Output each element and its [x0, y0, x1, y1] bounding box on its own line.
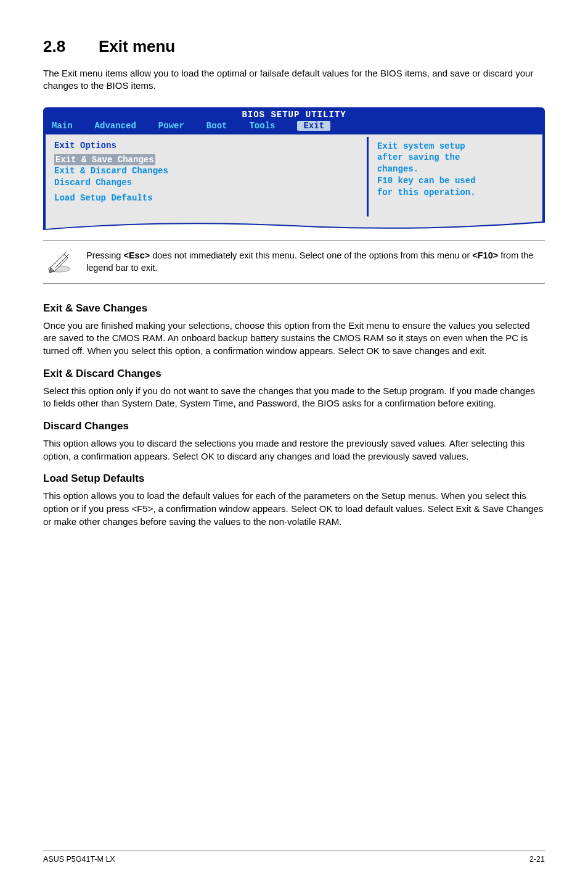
- section-title-save: Exit & Save Changes: [43, 302, 545, 315]
- section-body-discard-exit: Select this option only if you do not wa…: [43, 385, 545, 410]
- bios-option-load-defaults[interactable]: Load Setup Defaults: [54, 192, 358, 204]
- bios-title: BIOS SETUP UTILITY: [52, 110, 536, 120]
- section-body-defaults: This option allows you to load the defau…: [43, 490, 545, 528]
- bios-tab-boot[interactable]: Boot: [206, 121, 227, 131]
- section-body-save: Once you are finished making your select…: [43, 320, 545, 358]
- section-title-discard: Discard Changes: [43, 420, 545, 432]
- bios-screenshot: BIOS SETUP UTILITY Main Advanced Power B…: [43, 107, 545, 232]
- note-row: Pressing <Esc> does not immediately exit…: [43, 240, 545, 284]
- bios-left-title: Exit Options: [54, 141, 358, 151]
- section-title-discard-exit: Exit & Discard Changes: [43, 368, 545, 380]
- note-text-part: does not immediately exit this menu. Sel…: [150, 250, 472, 260]
- section-body-discard: This option allows you to discard the se…: [43, 437, 545, 463]
- note-pencil-icon: [44, 249, 74, 274]
- bios-help-line: for this operation.: [377, 187, 534, 199]
- page-heading: 2.8Exit menu: [43, 37, 545, 56]
- bios-left-pane: Exit Options Exit & Save Changes Exit & …: [46, 134, 367, 220]
- bios-tab-power[interactable]: Power: [158, 121, 184, 131]
- footer-right: 2-21: [529, 855, 545, 864]
- bios-help-line: after saving the: [377, 152, 534, 163]
- bios-help-line: Exit system setup: [377, 141, 534, 152]
- section-title-defaults: Load Setup Defaults: [43, 472, 545, 485]
- note-key-f10: <F10>: [472, 250, 498, 260]
- bios-option-save[interactable]: Exit & Save Changes: [54, 154, 155, 166]
- footer: ASUS P5G41T-M LX 2-21: [43, 851, 545, 864]
- bios-right-pane: Exit system setup after saving the chang…: [369, 134, 542, 220]
- bios-option-discard[interactable]: Discard Changes: [54, 177, 358, 189]
- bios-tab-exit[interactable]: Exit: [297, 121, 330, 131]
- bios-tab-row: Main Advanced Power Boot Tools Exit: [52, 120, 536, 131]
- bios-tab-advanced[interactable]: Advanced: [95, 121, 136, 131]
- bios-tab-main[interactable]: Main: [52, 121, 73, 131]
- note-text: Pressing <Esc> does not immediately exit…: [86, 249, 544, 274]
- footer-left: ASUS P5G41T-M LX: [43, 855, 115, 864]
- bios-help-line: changes.: [377, 163, 534, 175]
- heading-title: Exit menu: [99, 37, 175, 56]
- note-text-part: Pressing: [86, 250, 123, 260]
- bios-help-line: F10 key can be used: [377, 175, 534, 187]
- note-key-esc: <Esc>: [123, 250, 150, 260]
- bios-body: Exit Options Exit & Save Changes Exit & …: [46, 134, 542, 220]
- heading-number: 2.8: [43, 37, 99, 56]
- bios-tab-tools[interactable]: Tools: [249, 121, 275, 131]
- bios-option-discard-exit[interactable]: Exit & Discard Changes: [54, 165, 358, 177]
- bios-bottom-decoration: [43, 218, 545, 231]
- intro-paragraph: The Exit menu items allow you to load th…: [43, 67, 545, 93]
- bios-title-bar: BIOS SETUP UTILITY Main Advanced Power B…: [43, 107, 545, 134]
